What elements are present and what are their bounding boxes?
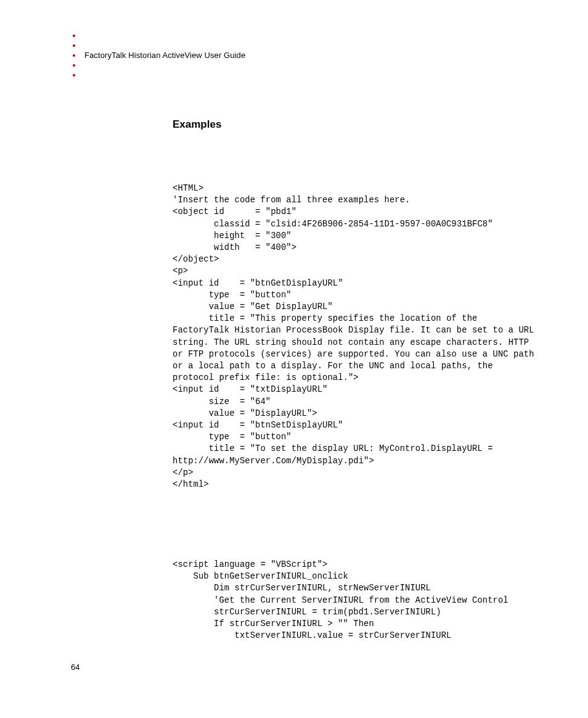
code-example-block-1: <HTML> 'Insert the code from all three e… — [173, 183, 536, 490]
bullet-icon — [73, 74, 75, 76]
code-example-block-2: <script language = "VBScript"> Sub btnGe… — [173, 559, 536, 642]
page-number: 64 — [71, 662, 80, 672]
bullet-icon — [73, 54, 75, 57]
page-header-title: FactoryTalk Historian ActiveView User Gu… — [84, 51, 245, 60]
bullet-icon — [73, 44, 75, 47]
decorative-bullets — [73, 35, 75, 84]
bullet-icon — [73, 64, 75, 67]
bullet-icon — [73, 35, 75, 37]
section-heading-examples: Examples — [173, 118, 221, 131]
document-page: FactoryTalk Historian ActiveView User Gu… — [0, 0, 588, 718]
